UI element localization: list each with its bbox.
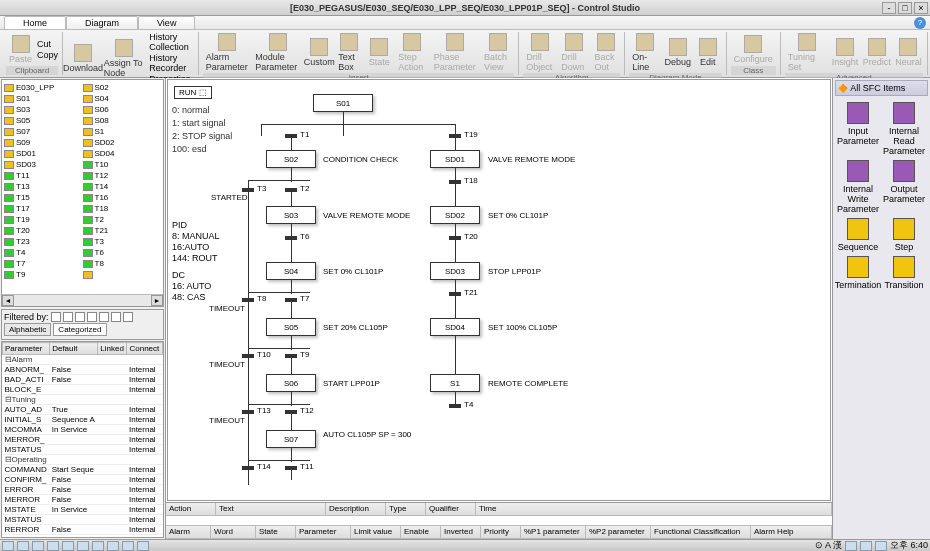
back-out-button[interactable]: Back Out (591, 32, 620, 73)
drill-down-button[interactable]: Drill Down (558, 32, 589, 73)
node-s06[interactable]: S06 (266, 374, 316, 392)
copy-button[interactable]: Copy (37, 50, 58, 60)
tree-item[interactable]: S08 (83, 115, 162, 126)
tree-item[interactable]: T7 (4, 258, 83, 269)
configure-button[interactable]: Configure (731, 34, 776, 65)
debug-button[interactable]: Debug (664, 37, 692, 68)
task-icon[interactable] (122, 541, 134, 551)
sfc-canvas[interactable]: RUN ⬚ 0: normal1: start signal2: STOP si… (167, 79, 831, 501)
tree-item[interactable]: T11 (4, 170, 83, 181)
insight-button[interactable]: Insight (830, 37, 859, 68)
tree-item[interactable]: T9 (4, 269, 83, 280)
parameter-grid[interactable]: ParameterDefaultLinkedConnect ⊟Alarm ABN… (1, 341, 164, 538)
palette-item[interactable]: Input Parameter (837, 102, 879, 156)
tree-item[interactable]: S09 (4, 137, 83, 148)
node-s05[interactable]: S05 (266, 318, 316, 336)
state-button[interactable]: State (365, 37, 393, 68)
alarm-param-button[interactable]: Alarm Parameter (203, 32, 250, 73)
clock[interactable]: 오후 6:40 (890, 539, 928, 551)
tab-home[interactable]: Home (4, 16, 66, 29)
maximize-button[interactable]: □ (898, 2, 912, 14)
taskbar[interactable]: ⊙ A 漢 오후 6:40 (0, 539, 930, 551)
node-s03[interactable]: S03 (266, 206, 316, 224)
tree-item[interactable] (83, 269, 162, 280)
node-s07[interactable]: S07 (266, 430, 316, 448)
node-s01[interactable]: S01 (313, 94, 373, 112)
node-s02[interactable]: S02 (266, 150, 316, 168)
task-icon[interactable] (92, 541, 104, 551)
node-s1[interactable]: S1 (430, 374, 480, 392)
custom-button[interactable]: Custom (305, 37, 333, 68)
edit-button[interactable]: Edit (694, 37, 722, 68)
tray-icon[interactable] (875, 541, 887, 551)
neural-button[interactable]: Neural (894, 37, 923, 68)
node-sd01[interactable]: SD01 (430, 150, 480, 168)
history-recorder[interactable]: History Recorder (149, 53, 194, 73)
task-icon[interactable] (32, 541, 44, 551)
filter-check6[interactable] (111, 312, 121, 322)
palette-item[interactable]: Termination (837, 256, 879, 290)
tree-item[interactable]: T14 (83, 181, 162, 192)
tab-diagram[interactable]: Diagram (66, 16, 138, 29)
textbox-button[interactable]: Text Box (335, 32, 363, 73)
history-collection[interactable]: History Collection (149, 32, 194, 52)
tree-item[interactable]: S01 (4, 93, 83, 104)
download-button[interactable]: Download (67, 43, 99, 74)
tree-item[interactable]: T17 (4, 203, 83, 214)
paste-button[interactable]: Paste (6, 34, 35, 65)
palette-item[interactable]: Output Parameter (883, 160, 925, 214)
tree-item[interactable]: T19 (4, 214, 83, 225)
minimize-button[interactable]: - (882, 2, 896, 14)
batch-view-button[interactable]: Batch View (481, 32, 514, 73)
filter-check3[interactable] (75, 312, 85, 322)
tree-item[interactable]: T18 (83, 203, 162, 214)
filter-check7[interactable] (123, 312, 133, 322)
tree-item[interactable]: T8 (83, 258, 162, 269)
task-icon[interactable] (62, 541, 74, 551)
filter-check2[interactable] (63, 312, 73, 322)
tree-item[interactable]: T13 (4, 181, 83, 192)
tree-item[interactable]: T23 (4, 236, 83, 247)
tray-icon[interactable] (845, 541, 857, 551)
tree-item[interactable]: T4 (4, 247, 83, 258)
tree-item[interactable]: SD01 (4, 148, 83, 159)
online-button[interactable]: On-Line (629, 32, 662, 73)
filter-check5[interactable] (99, 312, 109, 322)
node-sd03[interactable]: SD03 (430, 262, 480, 280)
filter-check4[interactable] (87, 312, 97, 322)
tree-item[interactable]: T16 (83, 192, 162, 203)
cut-button[interactable]: Cut (37, 39, 58, 49)
task-icon[interactable] (137, 541, 149, 551)
palette-item[interactable]: Step (883, 218, 925, 252)
scroll-right[interactable]: ► (151, 295, 163, 306)
palette-item[interactable]: Transition (883, 256, 925, 290)
task-icon[interactable] (77, 541, 89, 551)
tab-categorized[interactable]: Categorized (53, 323, 106, 336)
palette-item[interactable]: Internal Read Parameter (883, 102, 925, 156)
close-button[interactable]: × (914, 2, 928, 14)
assign-button[interactable]: Assign To Node (101, 38, 147, 79)
task-icon[interactable] (47, 541, 59, 551)
module-param-button[interactable]: Module Parameter (252, 32, 303, 73)
tree-item[interactable]: T2 (83, 214, 162, 225)
palette-item[interactable]: Sequence (837, 218, 879, 252)
tree-item[interactable]: S04 (83, 93, 162, 104)
tree-item[interactable]: S1 (83, 126, 162, 137)
tray-ime[interactable]: ⊙ A 漢 (815, 539, 842, 551)
node-sd02[interactable]: SD02 (430, 206, 480, 224)
tab-view[interactable]: View (138, 16, 195, 29)
filter-check1[interactable] (51, 312, 61, 322)
step-action-button[interactable]: Step Action (395, 32, 429, 73)
tab-alphabetic[interactable]: Alphabetic (4, 323, 51, 336)
tree-item[interactable]: T21 (83, 225, 162, 236)
tree-item[interactable]: S07 (4, 126, 83, 137)
help-icon[interactable]: ? (914, 17, 926, 29)
tree-item[interactable]: S02 (83, 82, 162, 93)
phase-param-button[interactable]: Phase Parameter (431, 32, 479, 73)
tree-item[interactable]: T10 (83, 159, 162, 170)
tree-item[interactable]: SD04 (83, 148, 162, 159)
tree-item[interactable]: T20 (4, 225, 83, 236)
tree-item[interactable]: S06 (83, 104, 162, 115)
predict-button[interactable]: Predict (862, 37, 892, 68)
start-button[interactable] (2, 541, 14, 551)
